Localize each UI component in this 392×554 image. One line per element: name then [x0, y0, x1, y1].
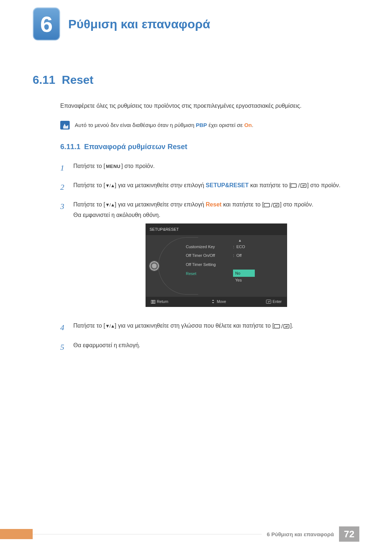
step2-target: SETUP&RESET	[206, 182, 249, 188]
osd-enter: Enter	[266, 299, 282, 305]
step3-d: ] στο προϊόν.	[280, 201, 313, 208]
step2-c: και πατήστε το [	[249, 182, 291, 188]
step3-a: Πατήστε το [	[73, 201, 105, 208]
step4-c: ].	[290, 323, 293, 329]
step5-a: Θα εφαρμοστεί η επιλογή.	[73, 340, 359, 354]
step4-a: Πατήστε το [	[73, 323, 105, 329]
step1-a: Πατήστε το [	[73, 163, 105, 169]
osd-row: Customized Key : ECO	[186, 242, 287, 251]
step-number: 2	[60, 180, 68, 194]
step1-b: ] στο προϊόν.	[121, 163, 155, 169]
select-enter-icon: /	[274, 321, 290, 331]
steps-list: 1 Πατήστε το [MENU] στο προϊόν. 2 Πατήστ…	[60, 161, 359, 354]
svg-rect-4	[151, 300, 152, 303]
step-4: 4 Πατήστε το [▼/▲] για να μετακινηθείτε …	[60, 321, 359, 334]
subsection-title-text: Επαναφορά ρυθμίσεων Reset	[84, 143, 187, 151]
note-text: Αυτό το μενού δεν είναι διαθέσιμο όταν η…	[75, 121, 253, 130]
osd-value-text: ECO	[236, 243, 245, 250]
svg-rect-6	[154, 300, 155, 303]
step3-target: Reset	[206, 201, 222, 208]
gear-icon	[150, 261, 159, 271]
osd-choice-alt: Yes	[233, 278, 244, 283]
osd-return: Return	[151, 299, 168, 305]
osd-enter-label: Enter	[273, 299, 282, 304]
step2-d: ] στο προϊόν.	[307, 182, 340, 188]
scroll-up-icon: ▲	[238, 237, 242, 243]
step2-b: ] για να μετακινηθείτε στην επιλογή	[115, 182, 206, 188]
osd-return-label: Return	[157, 299, 168, 304]
page-footer: 6 Ρύθμιση και επαναφορά 72	[0, 526, 392, 542]
osd-header: SETUP&RESET	[146, 224, 287, 235]
up-down-arrows-icon: ▼/▲	[105, 323, 115, 329]
osd-choice-selected: No	[233, 270, 255, 277]
svg-rect-0	[291, 184, 297, 188]
step-number: 1	[60, 161, 68, 175]
page-number: 72	[339, 526, 359, 542]
footer-accent	[0, 529, 33, 539]
osd-row: Off Timer On/Off : Off	[186, 251, 287, 260]
select-enter-icon: /	[291, 181, 307, 190]
chapter-number-badge: 6	[33, 7, 60, 41]
svg-rect-8	[274, 324, 279, 328]
section-number: 6.11	[33, 73, 55, 87]
footer-rule	[33, 534, 262, 534]
osd-move: Move	[211, 299, 226, 305]
menu-button-label: MENU	[105, 164, 121, 169]
osd-row: Off Timer Setting	[186, 260, 287, 269]
step3-c: και πατήστε το [	[221, 201, 264, 208]
osd-value-text: Off	[236, 252, 241, 259]
svg-rect-5	[153, 300, 154, 303]
subsection-number: 6.11.1	[60, 143, 81, 151]
step-3: 3 Πατήστε το [▼/▲] για να μετακινηθείτε …	[60, 200, 359, 315]
up-down-arrows-icon: ▼/▲	[105, 202, 115, 208]
osd-move-label: Move	[217, 299, 226, 304]
note-suffix: .	[252, 122, 253, 128]
note-icon	[60, 121, 70, 130]
note-block: Αυτό το μενού δεν είναι διαθέσιμο όταν η…	[60, 121, 359, 130]
footer-text: 6 Ρύθμιση και επαναφορά	[262, 531, 339, 537]
note-pbp: PBP	[196, 122, 207, 128]
step3-e: Θα εμφανιστεί η ακόλουθη οθόνη.	[73, 212, 160, 218]
note-mid: έχει οριστεί σε	[207, 122, 244, 128]
step-number: 4	[60, 321, 68, 334]
osd-value: :	[233, 252, 236, 259]
svg-rect-2	[264, 203, 269, 207]
osd-row-reset: Reset No Yes	[186, 269, 287, 285]
step-2: 2 Πατήστε το [▼/▲] για να μετακινηθείτε …	[60, 180, 359, 194]
chapter-header: 6 Ρύθμιση και επαναφορά	[33, 7, 359, 41]
chapter-title: Ρύθμιση και επαναφορά	[68, 17, 210, 31]
subsection-heading: 6.11.1 Επαναφορά ρυθμίσεων Reset	[60, 143, 359, 151]
osd-footer: Return Move Enter	[146, 297, 287, 307]
step2-a: Πατήστε το [	[73, 182, 105, 188]
step-1: 1 Πατήστε το [MENU] στο προϊόν.	[60, 161, 359, 175]
section-title: Reset	[62, 73, 93, 87]
step4-b: ] για να μετακινηθείτε στη γλώσσα που θέ…	[115, 323, 274, 329]
section-heading: 6.11 Reset	[33, 73, 359, 87]
note-prefix: Αυτό το μενού δεν είναι διαθέσιμο όταν η…	[75, 122, 196, 128]
step-5: 5 Θα εφαρμοστεί η επιλογή.	[60, 340, 359, 354]
osd-value: :	[233, 243, 236, 250]
select-enter-icon: /	[264, 200, 280, 210]
step3-b: ] για να μετακινηθείτε στην επιλογή	[115, 201, 206, 208]
up-down-arrows-icon: ▼/▲	[105, 183, 115, 188]
step-number: 3	[60, 200, 68, 315]
osd-menu: SETUP&RESET ▲ Customized Key : ECO	[146, 223, 287, 307]
step-number: 5	[60, 340, 68, 354]
note-on: On	[244, 122, 252, 128]
intro-paragraph: Επαναφέρετε όλες τις ρυθμίσεις του προϊό…	[60, 101, 359, 111]
